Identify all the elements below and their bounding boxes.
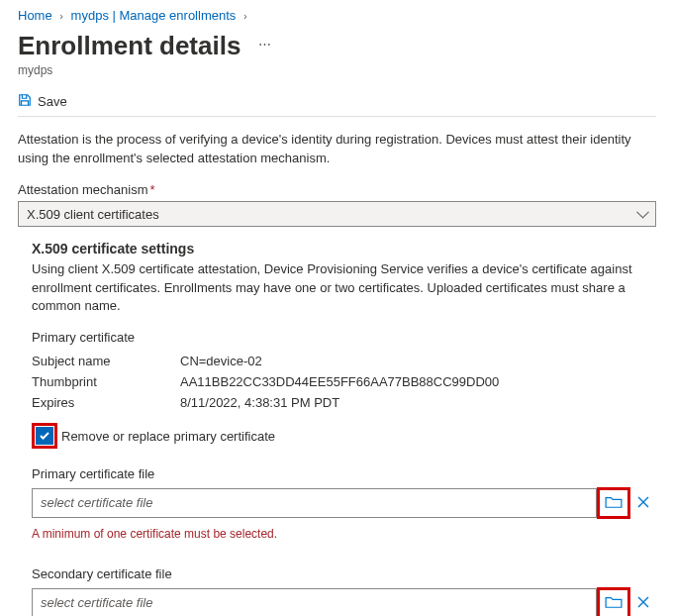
highlight-box xyxy=(597,587,630,616)
primary-file-label: Primary certificate file xyxy=(32,466,656,481)
page-title: Enrollment details xyxy=(18,31,241,61)
secondary-file-label: Secondary certificate file xyxy=(32,566,656,581)
more-button[interactable]: ⋯ xyxy=(244,37,273,51)
expires-value: 8/11/2022, 4:38:31 PM PDT xyxy=(180,395,656,410)
intro-text: Attestation is the process of verifying … xyxy=(18,131,656,168)
breadcrumb-path[interactable]: mydps | Manage enrollments xyxy=(71,8,237,23)
remove-primary-checkbox[interactable] xyxy=(36,427,53,445)
browse-secondary-button[interactable] xyxy=(605,595,623,612)
save-button[interactable]: Save xyxy=(18,87,656,117)
save-icon xyxy=(18,93,32,110)
primary-cert-label: Primary certificate xyxy=(32,330,656,345)
close-icon xyxy=(636,593,650,614)
browse-primary-button[interactable] xyxy=(605,495,623,512)
primary-file-error: A minimum of one certificate must be sel… xyxy=(32,527,656,541)
folder-icon xyxy=(605,595,623,612)
chevron-right-icon: › xyxy=(240,10,251,22)
highlight-box xyxy=(597,487,630,519)
x509-heading: X.509 certificate settings xyxy=(32,241,656,257)
attestation-select[interactable]: X.509 client certificates xyxy=(18,201,656,227)
table-row: Expires 8/11/2022, 4:38:31 PM PDT xyxy=(32,392,656,413)
highlight-box xyxy=(32,423,57,449)
primary-file-input[interactable]: select certificate file xyxy=(32,488,597,518)
subject-name-key: Subject name xyxy=(32,354,180,368)
folder-icon xyxy=(605,495,623,512)
remove-primary-label: Remove or replace primary certificate xyxy=(57,429,275,444)
close-icon xyxy=(636,493,650,514)
x509-description: Using client X.509 certificate attestati… xyxy=(32,260,656,317)
clear-secondary-button[interactable] xyxy=(630,593,656,614)
required-indicator: * xyxy=(148,182,155,197)
thumbprint-key: Thumbprint xyxy=(32,374,180,389)
page-subtitle: mydps xyxy=(18,63,656,77)
breadcrumb: Home › mydps | Manage enrollments › xyxy=(18,0,656,27)
table-row: Thumbprint AA11BB22CC33DD44EE55FF66AA77B… xyxy=(32,371,656,392)
save-label: Save xyxy=(38,94,67,109)
subject-name-value: CN=device-02 xyxy=(180,354,656,368)
thumbprint-value: AA11BB22CC33DD44EE55FF66AA77BB88CC99DD00 xyxy=(180,374,656,389)
attestation-label: Attestation mechanism* xyxy=(18,182,656,197)
expires-key: Expires xyxy=(32,395,180,410)
clear-primary-button[interactable] xyxy=(630,493,656,514)
breadcrumb-home[interactable]: Home xyxy=(18,8,52,23)
table-row: Subject name CN=device-02 xyxy=(32,351,656,371)
chevron-right-icon: › xyxy=(55,10,67,22)
secondary-file-input[interactable]: select certificate file xyxy=(32,588,597,616)
